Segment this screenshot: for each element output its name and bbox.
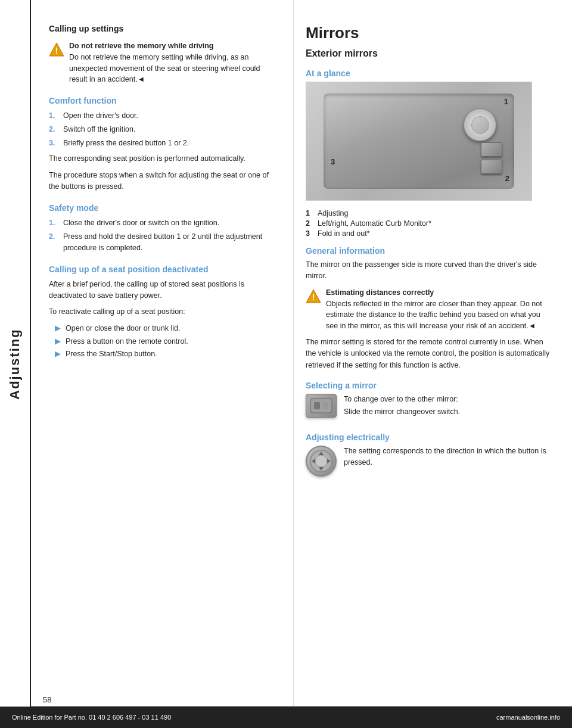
arrow-icon-1: ▶: [55, 323, 62, 334]
footer-brand: carmanualsonline.info: [496, 714, 560, 721]
selecting-mirror-section: Selecting a mirror To change over to the…: [306, 381, 554, 423]
estimating-title: Estimating distances correctly: [326, 288, 434, 297]
small-button-group: [481, 142, 502, 174]
fig-label-row-1: 1 Adjusting: [306, 209, 554, 217]
page-container: Adjusting Calling up settings ! Do not r…: [0, 0, 572, 728]
svg-rect-5: [314, 402, 320, 409]
general-info-para1: The mirror on the passenger side is more…: [306, 259, 554, 282]
sidebar-label: Adjusting: [7, 328, 23, 399]
calling-up-section: Calling up of a seat position deactivate…: [49, 265, 275, 360]
warning-line1: Do not retrieve the memory while driving: [69, 42, 213, 50]
comfort-note1: The corresponding seat position is perfo…: [49, 153, 275, 164]
footer: Online Edition for Part no. 01 40 2 606 …: [0, 707, 572, 728]
exterior-mirrors-subtitle: Exterior mirrors: [306, 48, 554, 59]
main-content: Calling up settings ! Do not retrieve th…: [31, 0, 572, 728]
calling-up-title: Calling up of a seat position deactivate…: [49, 265, 275, 274]
safety-text-1: Close the driver's door or switch on the…: [63, 217, 219, 229]
step-num-2: 2.: [49, 124, 58, 135]
step-text-3: Briefly press the desired button 1 or 2.: [63, 138, 189, 149]
bullet-3: ▶ Press the Start/Stop button.: [55, 349, 275, 360]
estimating-body: Objects reflected in the mirror are clos…: [326, 300, 542, 331]
safety-mode-title: Safety mode: [49, 203, 275, 213]
svg-rect-4: [310, 399, 332, 413]
bullet-1: ▶ Open or close the door or trunk lid.: [55, 323, 275, 334]
comfort-note2: The procedure stops when a switch for ad…: [49, 170, 275, 193]
adjust-instruction: The setting corresponds to the direction…: [344, 446, 554, 469]
img-label-2: 2: [505, 174, 509, 183]
img-label-1: 1: [504, 97, 508, 106]
general-info-title: General information: [306, 246, 554, 256]
fig-text-3: Fold in and out*: [318, 229, 370, 238]
mirror-image-inner: 1 2 3: [306, 82, 531, 200]
warning-box: ! Do not retrieve the memory while drivi…: [49, 41, 275, 85]
mirror-switch-icon: [306, 394, 337, 418]
small-btn-2: [481, 160, 502, 174]
at-a-glance-title: At a glance: [306, 69, 554, 78]
mirrors-title: Mirrors: [306, 24, 554, 42]
selecting-mirror-text: To change over to the other mirror: Slid…: [344, 394, 460, 423]
door-panel: 1 2 3: [324, 94, 514, 189]
select-instruction2: Slide the mirror changeover switch.: [344, 406, 460, 418]
bullet-text-1: Open or close the door or trunk lid.: [66, 323, 180, 334]
fig-num-3: 3: [306, 229, 314, 238]
calling-settings-title: Calling up settings: [49, 24, 275, 33]
bullet-text-2: Press a button on the remote control.: [66, 336, 188, 347]
left-column: Calling up settings ! Do not retrieve th…: [31, 0, 293, 728]
comfort-step-1: 1. Open the driver's door.: [49, 110, 275, 122]
fig-text-1: Adjusting: [318, 209, 348, 217]
fig-label-row-2: 2 Left/right, Automatic Curb Monitor*: [306, 219, 554, 228]
adjust-knob-svg: [309, 449, 333, 473]
fig-label-row-3: 3 Fold in and out*: [306, 229, 554, 238]
safety-num-1: 1.: [49, 217, 58, 229]
img-label-3: 3: [331, 157, 335, 166]
svg-text:!: !: [312, 293, 315, 302]
fig-num-2: 2: [306, 219, 314, 228]
selecting-mirror-content: To change over to the other mirror: Slid…: [306, 394, 554, 423]
calling-settings-section: Calling up settings ! Do not retrieve th…: [49, 24, 275, 360]
safety-num-2: 2.: [49, 231, 58, 254]
fig-text-2: Left/right, Automatic Curb Monitor*: [318, 219, 431, 228]
safety-steps-list: 1. Close the driver's door or switch on …: [49, 217, 275, 253]
selecting-mirror-title: Selecting a mirror: [306, 381, 554, 390]
adjusting-electrically-section: Adjusting electrically: [306, 433, 554, 477]
step-num-3: 3.: [49, 138, 58, 149]
adjusting-electrically-content: The setting corresponds to the direction…: [306, 446, 554, 477]
warning-line2: Do not retrieve the memory setting while…: [69, 53, 260, 84]
step-num-1: 1.: [49, 110, 58, 122]
bullet-2: ▶ Press a button on the remote control.: [55, 336, 275, 347]
mirror-image: 1 2 3: [306, 82, 532, 201]
comfort-step-3: 3. Briefly press the desired button 1 or…: [49, 138, 275, 149]
sidebar: Adjusting: [0, 0, 31, 728]
arrow-icon-3: ▶: [55, 349, 62, 360]
calling-up-para2: To reactivate calling up of a seat posit…: [49, 306, 275, 318]
safety-step-1: 1. Close the driver's door or switch on …: [49, 217, 275, 229]
figure-labels: 1 Adjusting 2 Left/right, Automatic Curb…: [306, 209, 554, 238]
svg-rect-6: [322, 402, 328, 409]
estimating-warning-box: ! Estimating distances correctly Objects…: [306, 287, 554, 332]
select-instruction1: To change over to the other mirror:: [344, 394, 460, 405]
arrow-icon-2: ▶: [55, 336, 62, 347]
comfort-step-2: 2. Switch off the ignition.: [49, 124, 275, 135]
comfort-function-section: Comfort function 1. Open the driver's do…: [49, 96, 275, 192]
adjust-knob-icon: [306, 446, 337, 477]
comfort-function-title: Comfort function: [49, 96, 275, 105]
knob-inner: [471, 116, 489, 134]
mirror-control-knob: [464, 108, 496, 141]
page-number: 58: [43, 695, 51, 704]
small-btn-1: [481, 142, 502, 157]
estimating-warning-text: Estimating distances correctly Objects r…: [326, 287, 554, 332]
safety-step-2: 2. Press and hold the desired button 1 o…: [49, 231, 275, 254]
adjusting-electrically-text: The setting corresponds to the direction…: [344, 446, 554, 474]
warning-text: Do not retrieve the memory while driving…: [69, 41, 275, 85]
general-info-para2: The mirror setting is stored for the rem…: [306, 337, 554, 371]
calling-up-para1: After a brief period, the calling up of …: [49, 279, 275, 302]
right-column: Mirrors Exterior mirrors At a glance 1: [293, 0, 572, 728]
warning-icon: !: [49, 42, 64, 57]
bullet-text-3: Press the Start/Stop button.: [66, 349, 157, 360]
safety-text-2: Press and hold the desired button 1 or 2…: [63, 231, 275, 254]
step-text-2: Switch off the ignition.: [63, 124, 135, 135]
step-text-1: Open the driver's door.: [63, 110, 138, 122]
calling-up-bullets: ▶ Open or close the door or trunk lid. ▶…: [49, 323, 275, 360]
safety-mode-section: Safety mode 1. Close the driver's door o…: [49, 203, 275, 253]
estimating-warning-icon: !: [306, 288, 321, 304]
